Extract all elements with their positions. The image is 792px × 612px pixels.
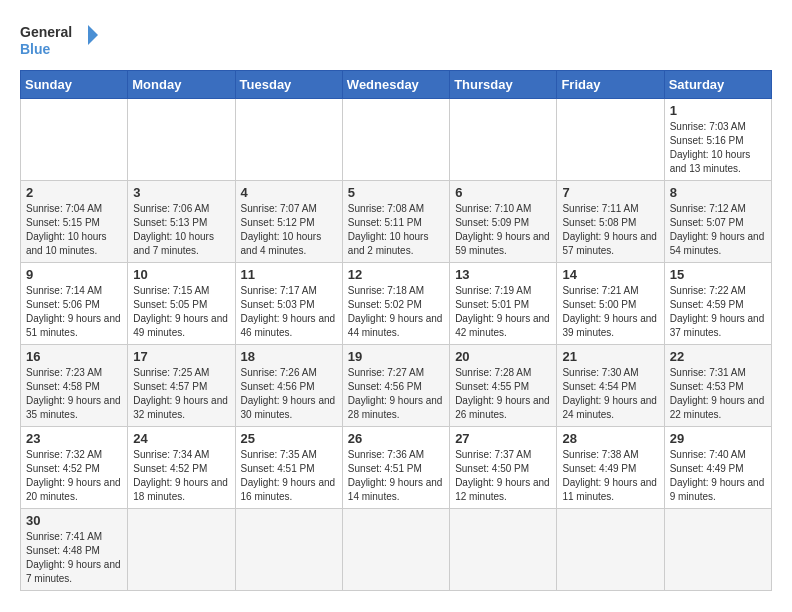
day-info: Sunrise: 7:03 AM Sunset: 5:16 PM Dayligh… xyxy=(670,120,766,176)
day-info: Sunrise: 7:06 AM Sunset: 5:13 PM Dayligh… xyxy=(133,202,229,258)
day-info: Sunrise: 7:07 AM Sunset: 5:12 PM Dayligh… xyxy=(241,202,337,258)
day-number: 28 xyxy=(562,431,658,446)
calendar-cell: 14Sunrise: 7:21 AM Sunset: 5:00 PM Dayli… xyxy=(557,263,664,345)
calendar-cell: 19Sunrise: 7:27 AM Sunset: 4:56 PM Dayli… xyxy=(342,345,449,427)
logo: General Blue xyxy=(20,20,100,60)
calendar-cell xyxy=(664,509,771,591)
day-info: Sunrise: 7:23 AM Sunset: 4:58 PM Dayligh… xyxy=(26,366,122,422)
day-number: 12 xyxy=(348,267,444,282)
calendar-week-row: 23Sunrise: 7:32 AM Sunset: 4:52 PM Dayli… xyxy=(21,427,772,509)
day-number: 17 xyxy=(133,349,229,364)
calendar-cell xyxy=(557,99,664,181)
calendar: SundayMondayTuesdayWednesdayThursdayFrid… xyxy=(20,70,772,591)
day-header-friday: Friday xyxy=(557,71,664,99)
day-info: Sunrise: 7:22 AM Sunset: 4:59 PM Dayligh… xyxy=(670,284,766,340)
day-info: Sunrise: 7:32 AM Sunset: 4:52 PM Dayligh… xyxy=(26,448,122,504)
day-number: 27 xyxy=(455,431,551,446)
day-info: Sunrise: 7:38 AM Sunset: 4:49 PM Dayligh… xyxy=(562,448,658,504)
day-header-sunday: Sunday xyxy=(21,71,128,99)
calendar-cell: 4Sunrise: 7:07 AM Sunset: 5:12 PM Daylig… xyxy=(235,181,342,263)
calendar-cell: 13Sunrise: 7:19 AM Sunset: 5:01 PM Dayli… xyxy=(450,263,557,345)
day-number: 29 xyxy=(670,431,766,446)
calendar-cell: 16Sunrise: 7:23 AM Sunset: 4:58 PM Dayli… xyxy=(21,345,128,427)
day-header-thursday: Thursday xyxy=(450,71,557,99)
day-number: 18 xyxy=(241,349,337,364)
day-number: 26 xyxy=(348,431,444,446)
calendar-cell: 5Sunrise: 7:08 AM Sunset: 5:11 PM Daylig… xyxy=(342,181,449,263)
svg-marker-2 xyxy=(88,25,98,45)
calendar-cell: 8Sunrise: 7:12 AM Sunset: 5:07 PM Daylig… xyxy=(664,181,771,263)
calendar-cell xyxy=(235,509,342,591)
svg-text:Blue: Blue xyxy=(20,41,51,57)
calendar-cell xyxy=(557,509,664,591)
day-number: 7 xyxy=(562,185,658,200)
day-info: Sunrise: 7:08 AM Sunset: 5:11 PM Dayligh… xyxy=(348,202,444,258)
calendar-cell: 6Sunrise: 7:10 AM Sunset: 5:09 PM Daylig… xyxy=(450,181,557,263)
calendar-cell: 15Sunrise: 7:22 AM Sunset: 4:59 PM Dayli… xyxy=(664,263,771,345)
svg-text:General: General xyxy=(20,24,72,40)
day-info: Sunrise: 7:34 AM Sunset: 4:52 PM Dayligh… xyxy=(133,448,229,504)
day-number: 2 xyxy=(26,185,122,200)
day-number: 11 xyxy=(241,267,337,282)
calendar-cell: 24Sunrise: 7:34 AM Sunset: 4:52 PM Dayli… xyxy=(128,427,235,509)
calendar-cell xyxy=(21,99,128,181)
day-number: 20 xyxy=(455,349,551,364)
day-number: 19 xyxy=(348,349,444,364)
day-info: Sunrise: 7:31 AM Sunset: 4:53 PM Dayligh… xyxy=(670,366,766,422)
day-number: 9 xyxy=(26,267,122,282)
calendar-cell: 29Sunrise: 7:40 AM Sunset: 4:49 PM Dayli… xyxy=(664,427,771,509)
calendar-week-row: 9Sunrise: 7:14 AM Sunset: 5:06 PM Daylig… xyxy=(21,263,772,345)
calendar-cell: 21Sunrise: 7:30 AM Sunset: 4:54 PM Dayli… xyxy=(557,345,664,427)
day-number: 30 xyxy=(26,513,122,528)
calendar-cell xyxy=(450,509,557,591)
calendar-week-row: 30Sunrise: 7:41 AM Sunset: 4:48 PM Dayli… xyxy=(21,509,772,591)
day-number: 24 xyxy=(133,431,229,446)
day-info: Sunrise: 7:28 AM Sunset: 4:55 PM Dayligh… xyxy=(455,366,551,422)
calendar-cell: 17Sunrise: 7:25 AM Sunset: 4:57 PM Dayli… xyxy=(128,345,235,427)
day-header-wednesday: Wednesday xyxy=(342,71,449,99)
day-info: Sunrise: 7:37 AM Sunset: 4:50 PM Dayligh… xyxy=(455,448,551,504)
calendar-cell: 20Sunrise: 7:28 AM Sunset: 4:55 PM Dayli… xyxy=(450,345,557,427)
calendar-cell: 28Sunrise: 7:38 AM Sunset: 4:49 PM Dayli… xyxy=(557,427,664,509)
day-number: 13 xyxy=(455,267,551,282)
calendar-cell xyxy=(342,99,449,181)
day-info: Sunrise: 7:12 AM Sunset: 5:07 PM Dayligh… xyxy=(670,202,766,258)
calendar-cell: 10Sunrise: 7:15 AM Sunset: 5:05 PM Dayli… xyxy=(128,263,235,345)
day-info: Sunrise: 7:27 AM Sunset: 4:56 PM Dayligh… xyxy=(348,366,444,422)
day-header-tuesday: Tuesday xyxy=(235,71,342,99)
day-info: Sunrise: 7:25 AM Sunset: 4:57 PM Dayligh… xyxy=(133,366,229,422)
day-info: Sunrise: 7:36 AM Sunset: 4:51 PM Dayligh… xyxy=(348,448,444,504)
day-number: 10 xyxy=(133,267,229,282)
calendar-week-row: 2Sunrise: 7:04 AM Sunset: 5:15 PM Daylig… xyxy=(21,181,772,263)
day-number: 21 xyxy=(562,349,658,364)
day-info: Sunrise: 7:19 AM Sunset: 5:01 PM Dayligh… xyxy=(455,284,551,340)
day-info: Sunrise: 7:15 AM Sunset: 5:05 PM Dayligh… xyxy=(133,284,229,340)
day-info: Sunrise: 7:26 AM Sunset: 4:56 PM Dayligh… xyxy=(241,366,337,422)
day-number: 8 xyxy=(670,185,766,200)
calendar-cell: 11Sunrise: 7:17 AM Sunset: 5:03 PM Dayli… xyxy=(235,263,342,345)
day-info: Sunrise: 7:30 AM Sunset: 4:54 PM Dayligh… xyxy=(562,366,658,422)
day-number: 14 xyxy=(562,267,658,282)
day-number: 16 xyxy=(26,349,122,364)
day-number: 5 xyxy=(348,185,444,200)
calendar-cell: 30Sunrise: 7:41 AM Sunset: 4:48 PM Dayli… xyxy=(21,509,128,591)
day-info: Sunrise: 7:35 AM Sunset: 4:51 PM Dayligh… xyxy=(241,448,337,504)
day-number: 22 xyxy=(670,349,766,364)
calendar-cell: 22Sunrise: 7:31 AM Sunset: 4:53 PM Dayli… xyxy=(664,345,771,427)
header: General Blue xyxy=(20,20,772,60)
calendar-cell: 27Sunrise: 7:37 AM Sunset: 4:50 PM Dayli… xyxy=(450,427,557,509)
calendar-cell xyxy=(342,509,449,591)
calendar-cell xyxy=(235,99,342,181)
day-info: Sunrise: 7:04 AM Sunset: 5:15 PM Dayligh… xyxy=(26,202,122,258)
day-info: Sunrise: 7:21 AM Sunset: 5:00 PM Dayligh… xyxy=(562,284,658,340)
calendar-cell xyxy=(450,99,557,181)
calendar-header-row: SundayMondayTuesdayWednesdayThursdayFrid… xyxy=(21,71,772,99)
calendar-cell: 2Sunrise: 7:04 AM Sunset: 5:15 PM Daylig… xyxy=(21,181,128,263)
calendar-cell: 26Sunrise: 7:36 AM Sunset: 4:51 PM Dayli… xyxy=(342,427,449,509)
calendar-cell: 25Sunrise: 7:35 AM Sunset: 4:51 PM Dayli… xyxy=(235,427,342,509)
calendar-week-row: 16Sunrise: 7:23 AM Sunset: 4:58 PM Dayli… xyxy=(21,345,772,427)
day-number: 6 xyxy=(455,185,551,200)
day-number: 23 xyxy=(26,431,122,446)
day-number: 3 xyxy=(133,185,229,200)
day-info: Sunrise: 7:18 AM Sunset: 5:02 PM Dayligh… xyxy=(348,284,444,340)
